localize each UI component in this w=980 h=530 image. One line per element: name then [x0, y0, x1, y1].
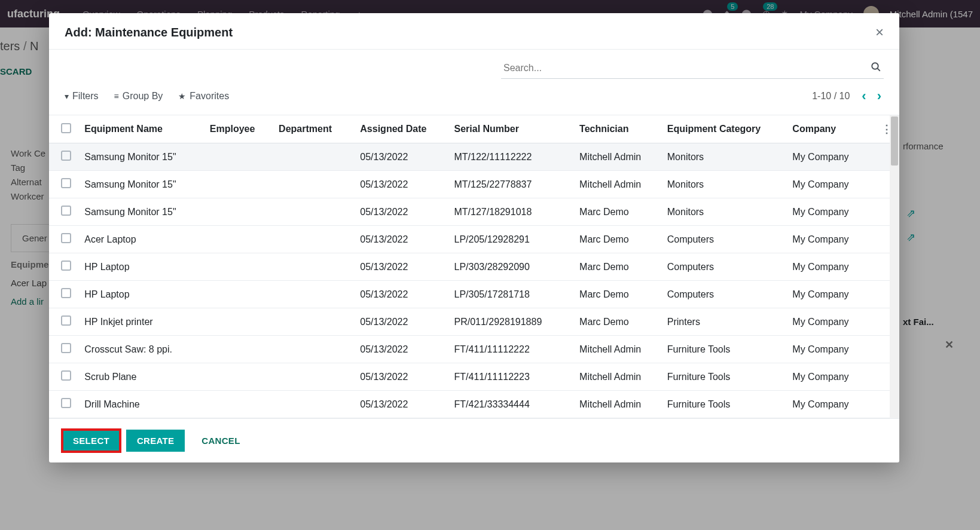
row-checkbox[interactable]: [61, 178, 71, 188]
row-checkbox[interactable]: [61, 151, 71, 161]
cell-cat: Furniture Tools: [661, 363, 787, 391]
col-employee[interactable]: Employee: [204, 115, 273, 143]
cell-company: My Company: [786, 226, 874, 253]
cancel-button[interactable]: CANCEL: [191, 430, 251, 452]
cell-name: Samsung Monitor 15": [78, 143, 204, 171]
cell-department: [273, 391, 354, 418]
cell-tech: Mitchell Admin: [573, 336, 661, 363]
table-row[interactable]: HP Inkjet printer05/13/2022PR/011/292819…: [49, 308, 899, 336]
col-technician[interactable]: Technician: [573, 115, 661, 143]
modal-header: Add: Maintenance Equipment ×: [49, 13, 899, 50]
row-checkbox[interactable]: [61, 261, 71, 271]
cell-company: My Company: [786, 308, 874, 336]
col-assigned-date[interactable]: Assigned Date: [354, 115, 448, 143]
equipment-table: Equipment Name Employee Department Assig…: [49, 115, 899, 418]
cell-department: [273, 171, 354, 198]
scrollbar-thumb[interactable]: [891, 117, 898, 166]
row-checkbox[interactable]: [61, 233, 71, 243]
row-checkbox[interactable]: [61, 315, 71, 326]
cell-date: 05/13/2022: [354, 253, 448, 281]
table-row[interactable]: Crosscut Saw: 8 ppi.05/13/2022FT/411/111…: [49, 336, 899, 363]
favorites-button[interactable]: ★ Favorites: [178, 91, 229, 102]
cell-cat: Printers: [661, 308, 787, 336]
cell-date: 05/13/2022: [354, 281, 448, 308]
row-checkbox[interactable]: [61, 398, 71, 408]
cell-date: 05/13/2022: [354, 308, 448, 336]
col-serial-number[interactable]: Serial Number: [448, 115, 573, 143]
cell-employee: [204, 336, 273, 363]
col-name[interactable]: Equipment Name: [78, 115, 204, 143]
cell-company: My Company: [786, 363, 874, 391]
modal-controls: ▾ Filters ≡ Group By ★ Favorites 1-10 / …: [49, 82, 899, 115]
cell-name: HP Inkjet printer: [78, 308, 204, 336]
filters-button[interactable]: ▾ Filters: [65, 91, 99, 102]
row-checkbox[interactable]: [61, 288, 71, 298]
groupby-button[interactable]: ≡ Group By: [114, 91, 163, 102]
cell-cat: Monitors: [661, 143, 787, 171]
cell-department: [273, 281, 354, 308]
cell-tech: Marc Demo: [573, 226, 661, 253]
table-header-row: Equipment Name Employee Department Assig…: [49, 115, 899, 143]
add-equipment-modal: Add: Maintenance Equipment × ▾ Filters ≡…: [49, 13, 899, 462]
cell-date: 05/13/2022: [354, 363, 448, 391]
cell-sn: LP/303/28292090: [448, 253, 573, 281]
pager: 1-10 / 10 ‹ ›: [812, 88, 881, 104]
cell-tech: Marc Demo: [573, 308, 661, 336]
cell-employee: [204, 253, 273, 281]
groupby-label: Group By: [123, 91, 163, 102]
search-icon[interactable]: [871, 62, 881, 75]
row-checkbox[interactable]: [61, 370, 71, 381]
cell-date: 05/13/2022: [354, 336, 448, 363]
cell-sn: LP/305/17281718: [448, 281, 573, 308]
cell-tech: Marc Demo: [573, 281, 661, 308]
table-row[interactable]: Samsung Monitor 15"05/13/2022MT/122/1111…: [49, 143, 899, 171]
list-icon: ≡: [114, 91, 119, 101]
cell-name: HP Laptop: [78, 253, 204, 281]
cell-company: My Company: [786, 336, 874, 363]
table-row[interactable]: HP Laptop05/13/2022LP/303/28292090Marc D…: [49, 253, 899, 281]
table-row[interactable]: HP Laptop05/13/2022LP/305/17281718Marc D…: [49, 281, 899, 308]
cell-company: My Company: [786, 143, 874, 171]
search-input[interactable]: [501, 58, 884, 79]
cell-name: Samsung Monitor 15": [78, 171, 204, 198]
cell-department: [273, 226, 354, 253]
cell-cat: Furniture Tools: [661, 336, 787, 363]
table-row[interactable]: Samsung Monitor 15"05/13/2022MT/125/2277…: [49, 171, 899, 198]
cell-company: My Company: [786, 198, 874, 226]
create-button[interactable]: CREATE: [126, 430, 185, 452]
col-category[interactable]: Equipment Category: [661, 115, 787, 143]
cell-name: HP Laptop: [78, 281, 204, 308]
cell-name: Acer Laptop: [78, 226, 204, 253]
select-button[interactable]: SELECT: [62, 430, 120, 452]
select-all-checkbox[interactable]: [61, 123, 71, 133]
table-row[interactable]: Acer Laptop05/13/2022LP/205/12928291Marc…: [49, 226, 899, 253]
close-icon[interactable]: ×: [875, 25, 884, 39]
cell-cat: Monitors: [661, 171, 787, 198]
row-checkbox[interactable]: [61, 206, 71, 216]
cell-sn: MT/122/11112222: [448, 143, 573, 171]
scrollbar[interactable]: [890, 115, 899, 418]
cell-sn: MT/127/18291018: [448, 198, 573, 226]
col-department[interactable]: Department: [273, 115, 354, 143]
cell-tech: Mitchell Admin: [573, 143, 661, 171]
cell-tech: Mitchell Admin: [573, 171, 661, 198]
cell-name: Crosscut Saw: 8 ppi.: [78, 336, 204, 363]
pager-prev-icon[interactable]: ‹: [862, 88, 866, 104]
modal-search-row: [49, 50, 899, 82]
cell-cat: Monitors: [661, 198, 787, 226]
cell-cat: Computers: [661, 226, 787, 253]
col-company[interactable]: Company: [786, 115, 874, 143]
cell-employee: [204, 198, 273, 226]
cell-cat: Computers: [661, 253, 787, 281]
table-row[interactable]: Drill Machine05/13/2022FT/421/33334444Mi…: [49, 391, 899, 418]
row-checkbox[interactable]: [61, 343, 71, 353]
cell-department: [273, 363, 354, 391]
pager-text: 1-10 / 10: [812, 91, 850, 102]
cell-company: My Company: [786, 253, 874, 281]
cell-employee: [204, 171, 273, 198]
cell-department: [273, 143, 354, 171]
cell-name: Drill Machine: [78, 391, 204, 418]
table-row[interactable]: Scrub Plane05/13/2022FT/411/11112223Mitc…: [49, 363, 899, 391]
pager-next-icon[interactable]: ›: [877, 88, 881, 104]
table-row[interactable]: Samsung Monitor 15"05/13/2022MT/127/1829…: [49, 198, 899, 226]
